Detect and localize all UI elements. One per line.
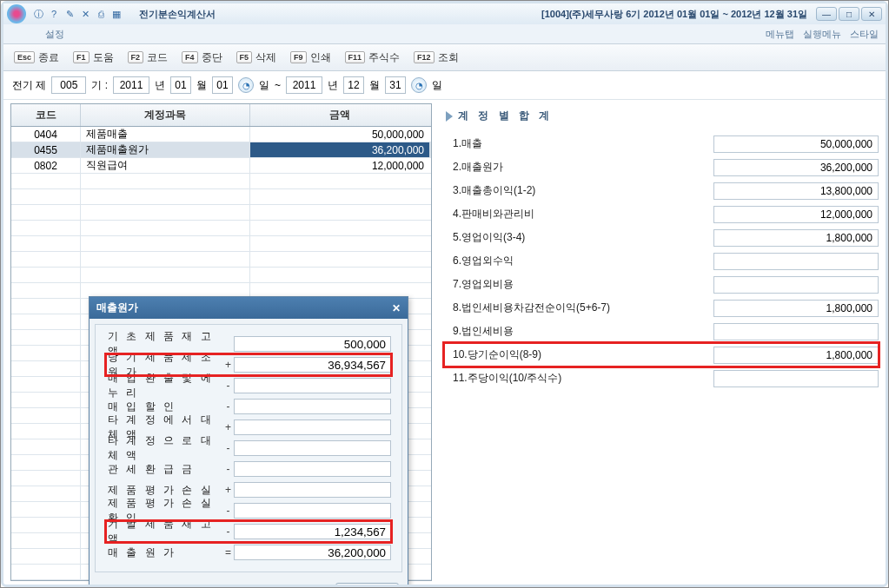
modal-row-input[interactable] xyxy=(234,378,391,393)
fn-f2[interactable]: F2코드 xyxy=(123,49,174,67)
key-badge: F11 xyxy=(345,51,366,63)
header-name[interactable]: 계정과목 xyxy=(81,104,250,126)
cell-code: 0455 xyxy=(11,142,81,157)
summary-row: 1.매출50,000,000 xyxy=(444,132,879,155)
modal-row-input[interactable] xyxy=(234,524,391,539)
table-row-empty[interactable] xyxy=(11,189,431,205)
titlebar: ⓘ ? ✎ ✕ ⎙ ▦ 전기분손익계산서 [1004](주)세무사랑 6기 20… xyxy=(3,3,886,24)
period-number-input[interactable] xyxy=(51,76,86,94)
close-button[interactable]: ✕ xyxy=(861,7,882,21)
fn-f9[interactable]: F9인쇄 xyxy=(285,49,336,67)
run-menu-link[interactable]: 실행메뉴 xyxy=(803,28,841,41)
modal-row-sign: - xyxy=(222,525,234,538)
style-link[interactable]: 스타일 xyxy=(850,28,879,41)
table-row-empty[interactable] xyxy=(11,268,431,283)
summary-label: 8.법인세비용차감전순이익(5+6-7) xyxy=(444,301,713,315)
fn-label: 중단 xyxy=(202,50,222,65)
print-icon[interactable]: ⎙ xyxy=(94,7,108,21)
summary-label: 3.매출총이익(1-2) xyxy=(444,183,713,198)
modal-row: 매 입 환 출 및 에 누 리- xyxy=(106,375,391,396)
modal-row-input[interactable] xyxy=(234,545,391,560)
cell-code: 0802 xyxy=(11,158,81,173)
info-icon[interactable]: ⓘ xyxy=(31,7,45,21)
fn-f12[interactable]: F12조회 xyxy=(408,49,464,67)
header-code[interactable]: 코드 xyxy=(11,104,81,126)
key-badge: F1 xyxy=(73,51,90,63)
maximize-button[interactable]: □ xyxy=(839,7,859,21)
fn-f1[interactable]: F1도움 xyxy=(68,49,119,67)
cell-code: 0404 xyxy=(11,127,81,142)
summary-row: 4.판매비와관리비12,000,000 xyxy=(444,202,879,226)
cost-of-sales-modal: 매출원가 ✕ 기 초 제 품 재 고 액당 기 제 품 제 조 원 가+매 입 … xyxy=(89,296,408,585)
fn-label: 도움 xyxy=(93,50,114,65)
settings-link[interactable]: 설정 xyxy=(45,28,64,41)
summary-label: 2.매출원가 xyxy=(444,160,713,175)
modal-row-label: 기 말 제 품 재 고 액 xyxy=(106,517,222,546)
key-badge: F9 xyxy=(290,51,307,63)
modal-row: 관 세 환 급 금- xyxy=(106,459,391,479)
summary-row: 5.영업이익(3-4)1,800,000 xyxy=(444,226,879,249)
summary-row: 3.매출총이익(1-2)13,800,000 xyxy=(444,179,879,202)
modal-row-input[interactable] xyxy=(234,420,391,435)
month1-input[interactable] xyxy=(170,76,191,94)
cell-amount: 12,000,000 xyxy=(250,158,429,173)
summary-value xyxy=(713,370,879,387)
fn-esc[interactable]: Esc종료 xyxy=(9,49,64,67)
modal-row-sign: = xyxy=(222,546,234,558)
modal-close-icon[interactable]: ✕ xyxy=(392,302,401,314)
day2-input[interactable] xyxy=(385,76,406,94)
table-row-empty[interactable] xyxy=(11,221,431,236)
table-row[interactable]: 0404제품매출50,000,000 xyxy=(11,127,431,142)
modal-row-input[interactable] xyxy=(234,336,391,352)
close-small-icon[interactable]: ✕ xyxy=(78,7,92,21)
table-row-empty[interactable] xyxy=(11,205,431,221)
table-row[interactable]: 0455제품매출원가36,200,000 xyxy=(11,142,431,158)
month2-input[interactable] xyxy=(343,76,364,94)
calendar2-icon[interactable]: ◔ xyxy=(411,77,427,93)
summary-label: 7.영업외비용 xyxy=(444,277,713,292)
modal-row-sign: + xyxy=(222,484,234,496)
header-amount[interactable]: 금액 xyxy=(250,104,429,126)
year2-input[interactable] xyxy=(286,76,322,94)
summary-row: 10.당기순이익(8-9)1,800,000 xyxy=(444,343,879,367)
label-month2: 월 xyxy=(369,78,380,93)
filter-bar: 전기 제 기 : 년 월 ◔ 일 ~ 년 월 ◔ 일 xyxy=(3,71,886,100)
titlebar-icons: ⓘ ? ✎ ✕ ⎙ ▦ xyxy=(31,7,123,21)
modal-row-input[interactable] xyxy=(234,503,391,519)
company-info: [1004](주)세무사랑 6기 2012년 01월 01일 ~ 2012년 1… xyxy=(541,8,811,21)
fn-label: 인쇄 xyxy=(310,50,331,65)
fn-label: 조회 xyxy=(438,50,459,65)
summary-label: 1.매출 xyxy=(444,136,713,151)
calc-icon[interactable]: ▦ xyxy=(109,7,123,21)
year1-input[interactable] xyxy=(113,76,149,94)
summary-value: 1,800,000 xyxy=(713,300,879,317)
help-icon[interactable]: ? xyxy=(47,7,61,21)
label-year1: 년 xyxy=(155,78,165,93)
menu-tab-link[interactable]: 메뉴탭 xyxy=(766,28,794,41)
table-row-empty[interactable] xyxy=(11,174,431,189)
modal-row-input[interactable] xyxy=(234,482,391,498)
minimize-button[interactable]: — xyxy=(816,7,837,21)
table-row[interactable]: 0802직원급여12,000,000 xyxy=(11,158,431,174)
calendar1-icon[interactable]: ◔ xyxy=(238,77,254,93)
day1-input[interactable] xyxy=(212,76,233,94)
modal-confirm-button[interactable]: 확인(Tab) xyxy=(335,583,399,585)
modal-title-text: 매출원가 xyxy=(96,301,138,315)
modal-row-input[interactable] xyxy=(234,440,391,456)
table-row-empty[interactable] xyxy=(11,252,431,268)
summary-label: 6.영업외수익 xyxy=(444,254,713,268)
modal-row-sign: - xyxy=(222,442,234,454)
fn-f11[interactable]: F11주식수 xyxy=(340,49,406,67)
table-row-empty[interactable] xyxy=(11,236,431,252)
modal-row-label: 타 계 정 으 로 대 체 액 xyxy=(106,433,222,463)
modal-row-input[interactable] xyxy=(234,357,391,373)
fn-f5[interactable]: F5삭제 xyxy=(231,49,282,67)
modal-row-input[interactable] xyxy=(234,399,391,414)
chat-icon[interactable]: ✎ xyxy=(63,7,76,21)
modal-titlebar[interactable]: 매출원가 ✕ xyxy=(90,297,408,319)
key-badge: F4 xyxy=(182,51,198,63)
fn-f4[interactable]: F4중단 xyxy=(176,49,228,67)
modal-row-input[interactable] xyxy=(234,461,391,477)
window-title: 전기분손익계산서 xyxy=(139,8,216,21)
fn-label: 종료 xyxy=(38,50,59,65)
